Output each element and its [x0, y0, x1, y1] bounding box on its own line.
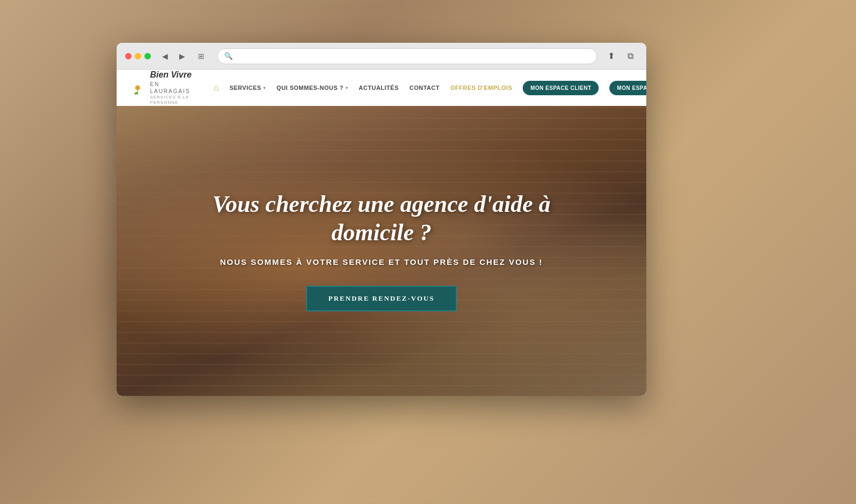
- site-navigation: Bien Vivre EN LAURAGAIS SERVICES À LA PE…: [117, 70, 646, 106]
- maximize-dot[interactable]: [144, 53, 151, 59]
- chevron-down-icon: ▾: [263, 86, 266, 90]
- chevron-down-icon: ▾: [346, 86, 348, 90]
- svg-point-2: [140, 87, 145, 89]
- logo-text-block: Bien Vivre EN LAURAGAIS SERVICES À LA PE…: [150, 70, 197, 106]
- svg-point-0: [136, 81, 139, 86]
- logo-en-lauragais: EN LAURAGAIS: [150, 81, 197, 95]
- nav-item-contact[interactable]: Contact: [409, 85, 439, 91]
- hero-title: Vous cherchez une agence d'aide à domici…: [194, 190, 569, 247]
- window-controls: [125, 53, 151, 59]
- website-content: Bien Vivre EN LAURAGAIS SERVICES À LA PE…: [117, 70, 646, 396]
- nav-item-services[interactable]: Services ▾: [230, 85, 266, 91]
- home-nav-icon[interactable]: ⌂: [213, 83, 219, 93]
- browser-toolbar: ◀ ▶ ⊞ 🔍 ⬆ ⧉: [117, 43, 646, 70]
- back-button[interactable]: ◀: [157, 49, 172, 64]
- nav-item-qui-sommes-nous[interactable]: Qui sommes-nous ? ▾: [277, 85, 348, 91]
- hero-subtitle: Nous sommes à votre service et tout près…: [220, 257, 543, 266]
- svg-point-9: [136, 86, 139, 89]
- svg-point-6: [131, 87, 135, 89]
- espace-client-button[interactable]: Mon Espace Client: [523, 81, 599, 95]
- site-logo[interactable]: Bien Vivre EN LAURAGAIS SERVICES À LA PE…: [129, 70, 197, 106]
- svg-point-1: [139, 82, 143, 87]
- cta-rendez-vous-button[interactable]: Prendre Rendez-vous: [306, 286, 457, 311]
- tab-overview-button[interactable]: ⊞: [192, 49, 211, 64]
- browser-window: ◀ ▶ ⊞ 🔍 ⬆ ⧉: [117, 43, 646, 396]
- close-dot[interactable]: [125, 53, 132, 59]
- address-bar[interactable]: 🔍: [217, 48, 597, 64]
- hero-section: Vous cherchez une agence d'aide à domici…: [117, 106, 646, 396]
- share-button[interactable]: ⬆: [603, 49, 618, 64]
- espace-salarie-button[interactable]: Mon Espace Salarié: [609, 81, 646, 95]
- forward-button[interactable]: ▶: [174, 49, 189, 64]
- search-icon: 🔍: [224, 52, 233, 60]
- nav-item-actualites[interactable]: Actualités: [359, 85, 399, 91]
- logo-services: SERVICES À LA PERSONNE: [150, 95, 197, 106]
- svg-point-3: [139, 89, 143, 94]
- minimize-dot[interactable]: [135, 53, 141, 59]
- new-tab-button[interactable]: ⧉: [623, 49, 638, 64]
- browser-action-buttons: ⬆ ⧉: [603, 49, 638, 64]
- logo-bien-vivre: Bien Vivre: [150, 70, 197, 81]
- browser-nav-buttons: ◀ ▶ ⊞: [157, 49, 211, 64]
- daisy-icon: [129, 76, 146, 100]
- nav-item-offres-emplois[interactable]: Offres d'emplois: [450, 85, 513, 91]
- hero-content: Vous cherchez une agence d'aide à domici…: [117, 106, 646, 396]
